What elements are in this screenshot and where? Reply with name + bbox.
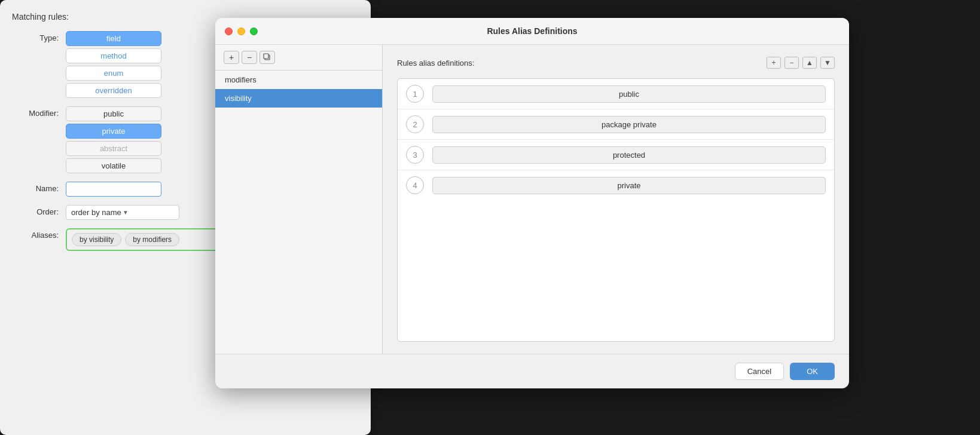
maximize-button[interactable] (250, 27, 258, 35)
add-definition-button[interactable]: + (767, 57, 781, 69)
dialog-right-panel: Rules alias definitions: + − ▲ ▼ 1 publi… (383, 45, 849, 354)
move-down-button[interactable]: ▼ (820, 57, 835, 69)
remove-alias-button[interactable]: − (242, 51, 257, 64)
add-alias-button[interactable]: + (224, 51, 239, 64)
dialog-body: + − modifiers visibility Rules alias def… (215, 45, 849, 354)
alias-tag-visibility[interactable]: by visibility (72, 233, 121, 246)
modifier-btn-private[interactable]: private (66, 124, 161, 139)
left-toolbar: + − (215, 45, 382, 71)
order-select[interactable]: order by name ▼ (66, 205, 179, 220)
type-btn-field[interactable]: field (66, 31, 161, 46)
move-up-button[interactable]: ▲ (802, 57, 817, 69)
alias-list-item-visibility[interactable]: visibility (215, 89, 382, 108)
ok-button[interactable]: OK (790, 363, 835, 380)
modifier-btn-abstract[interactable]: abstract (66, 141, 161, 156)
def-value-private[interactable]: private (432, 177, 826, 194)
modifier-btn-public[interactable]: public (66, 106, 161, 121)
type-label: Type: (12, 31, 66, 42)
order-label: Order: (12, 205, 66, 216)
alias-list: modifiers visibility (215, 71, 382, 354)
dialog-titlebar: Rules Alias Definitions (215, 18, 849, 45)
modifier-btn-volatile[interactable]: volatile (66, 158, 161, 173)
traffic-lights (225, 27, 258, 35)
svg-rect-1 (264, 54, 268, 59)
remove-definition-button[interactable]: − (784, 57, 799, 69)
right-panel-header: Rules alias definitions: + − ▲ ▼ (397, 57, 835, 69)
cancel-button[interactable]: Cancel (735, 363, 784, 380)
alias-list-item-modifiers[interactable]: modifiers (215, 71, 382, 89)
chevron-down-icon: ▼ (123, 209, 174, 216)
close-button[interactable] (225, 27, 233, 35)
rules-alias-dialog: Rules Alias Definitions + − modifiers vi… (215, 18, 849, 388)
dialog-left-panel: + − modifiers visibility (215, 45, 383, 354)
definitions-title: Rules alias definitions: (397, 59, 474, 68)
name-label: Name: (12, 182, 66, 193)
copy-icon (263, 53, 271, 62)
def-number-2: 2 (406, 115, 424, 133)
type-btn-method[interactable]: method (66, 48, 161, 63)
order-value: order by name (71, 208, 123, 217)
aliases-box: by visibility by modifiers (66, 228, 221, 251)
def-value-public[interactable]: public (432, 85, 826, 103)
dialog-footer: Cancel OK (215, 354, 849, 388)
minimize-button[interactable] (237, 27, 245, 35)
modifier-buttons-group: public private abstract volatile (66, 106, 161, 173)
type-btn-overridden[interactable]: overridden (66, 83, 161, 98)
type-btn-enum[interactable]: enum (66, 66, 161, 81)
type-buttons-group: field method enum overridden (66, 31, 161, 98)
copy-alias-button[interactable] (259, 51, 275, 64)
definition-row-4: 4 private (398, 170, 834, 200)
def-number-3: 3 (406, 146, 424, 164)
right-toolbar: + − ▲ ▼ (767, 57, 835, 69)
alias-tag-modifiers[interactable]: by modifiers (125, 233, 179, 246)
aliases-label: Aliases: (12, 228, 66, 240)
def-value-package-private[interactable]: package private (432, 116, 826, 133)
definition-row-1: 1 public (398, 79, 834, 109)
def-number-4: 4 (406, 176, 424, 194)
definitions-list: 1 public 2 package private 3 protected 4… (397, 78, 835, 342)
def-value-protected[interactable]: protected (432, 146, 826, 164)
definition-row-3: 3 protected (398, 140, 834, 170)
def-number-1: 1 (406, 85, 424, 103)
dialog-title: Rules Alias Definitions (487, 26, 577, 36)
modifier-label: Modifier: (12, 106, 66, 118)
definition-row-2: 2 package private (398, 109, 834, 140)
name-input[interactable] (66, 182, 161, 197)
